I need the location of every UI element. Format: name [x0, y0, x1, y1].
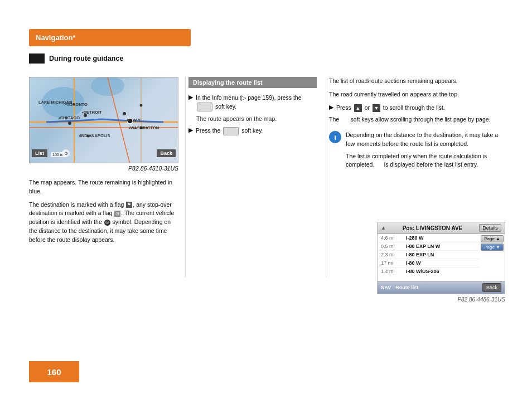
rl-dist-3: 2.3 mi: [381, 252, 406, 257]
svg-point-8: [68, 121, 71, 125]
rl-side-buttons: Page ▲ Page ▼: [480, 234, 505, 275]
map-label-indianapolis: •INDIANAPOLIS: [79, 133, 110, 138]
section-bar: During route guidance: [29, 53, 191, 64]
section-bar-accent: [29, 53, 45, 64]
route-appears-text: The route appears on the map.: [196, 115, 317, 124]
map-container: •TORONTO •DETROIT •CHICAGO LAKE MICHIGAN…: [29, 77, 178, 163]
bullet-item-1: ▶ In the Info menu (▷ page 159), press t…: [188, 94, 317, 111]
rl-row-5: 1.4 mi I-80 W/US-206: [378, 267, 480, 275]
rl-road-5: I-80 W/US-206: [406, 269, 439, 274]
soft-key-2: [223, 127, 239, 136]
bullet-text-1: In the Info menu (▷ page 159), press the…: [196, 94, 317, 111]
right-para-1: The list of road/route sections remainin…: [329, 77, 502, 86]
map-label-washington: •WASHINGTON: [129, 125, 159, 130]
map-inner: •TORONTO •DETROIT •CHICAGO LAKE MICHIGAN…: [30, 77, 178, 163]
info-icon: i: [329, 131, 341, 143]
right-para-2: The road currently travelled on appears …: [329, 90, 502, 99]
info-box: i Depending on the distance to the desti…: [329, 131, 502, 169]
divider-left: [185, 77, 186, 278]
rl-body: 4.6 mi I-280 W 0.5 mi I-80 EXP LN W 2.3 …: [378, 234, 505, 275]
info-text: Depending on the distance to the destina…: [346, 131, 502, 169]
right-text: The list of road/route sections remainin…: [329, 77, 502, 124]
display-header: Displaying the route list: [188, 77, 317, 88]
rl-page-down-btn[interactable]: Page ▼: [481, 244, 504, 251]
map-compass: ⊙: [62, 149, 70, 157]
map-back-button[interactable]: Back: [157, 149, 176, 157]
page-number: 160: [47, 367, 61, 377]
nav-title: Navigation*: [36, 33, 76, 42]
rl-dist-5: 1.4 mi: [381, 269, 406, 274]
rl-road-2: I-80 EXP LN W: [406, 244, 440, 249]
vehicle-icon: ◎: [104, 220, 110, 226]
rl-route-list-label: Route list: [395, 285, 418, 290]
svg-point-1: [91, 77, 124, 96]
rl-road-3: I-80 EXP LN: [406, 252, 434, 257]
bullet-section: ▶ In the Info menu (▷ page 159), press t…: [188, 94, 317, 135]
right-bullet-arrow: ▶: [329, 104, 333, 111]
right-bullet-text: Press ▲ or ▼ to scroll through the list.: [336, 104, 445, 113]
page-number-box: 160: [29, 361, 79, 382]
bullet-text-2: Press the soft key.: [196, 126, 263, 135]
stopover-icon: ⊡: [114, 211, 120, 217]
divider-right: [326, 77, 326, 278]
scroll-up-arrow: ▲: [354, 104, 362, 112]
map-svg: [30, 77, 178, 163]
nav-header: Navigation*: [29, 29, 191, 46]
rl-row-2: 0.5 mi I-80 EXP LN W: [378, 242, 480, 251]
rl-row-1: 4.6 mi I-280 W: [378, 234, 480, 242]
rl-row-3: 2.3 mi I-80 EXP LN: [378, 251, 480, 259]
left-para-1: The map appears. The route remaining is …: [29, 178, 178, 196]
rl-dist-2: 0.5 mi: [381, 244, 406, 249]
flag-icon: ⚑: [126, 202, 132, 208]
svg-point-10: [140, 104, 143, 107]
route-list-image: ▲ Pos: LIVINGSTON AVE Details 4.6 mi I-2…: [377, 222, 505, 294]
rl-row-4: 17 mi I-80 W: [378, 259, 480, 267]
rl-caption: P82.86-4486-31US: [377, 296, 505, 303]
right-para-3: The soft keys allow scrolling through th…: [329, 115, 502, 124]
rl-header: ▲ Pos: LIVINGSTON AVE Details: [378, 222, 505, 234]
map-label-newyork: •NEW Y...: [125, 118, 144, 123]
right-column: The list of road/route sections remainin…: [329, 77, 502, 169]
left-para-2: The destination is marked with a flag ⚑,…: [29, 201, 178, 245]
bullet-arrow-1: ▶: [188, 94, 193, 101]
rl-road-4: I-80 W: [406, 260, 421, 266]
rl-rows: 4.6 mi I-280 W 0.5 mi I-80 EXP LN W 2.3 …: [378, 234, 480, 275]
rl-page-up-btn[interactable]: Page ▲: [481, 235, 504, 242]
scroll-down-arrow: ▼: [373, 104, 380, 112]
rl-dist-1: 4.6 mi: [381, 235, 406, 241]
rl-back-btn[interactable]: Back: [482, 283, 501, 292]
info-para-1: Depending on the distance to the destina…: [346, 131, 502, 149]
right-bullet: ▶ Press ▲ or ▼ to scroll through the lis…: [329, 104, 502, 113]
info-para-2: The list is completed only when the rout…: [346, 152, 502, 170]
bullet-arrow-2: ▶: [188, 126, 193, 134]
bullet-item-2: ▶ Press the soft key.: [188, 126, 317, 135]
section-title: During route guidance: [49, 55, 123, 62]
soft-key-1: [197, 103, 212, 111]
rl-nav-label: NAV: [381, 285, 391, 290]
svg-point-9: [123, 112, 126, 115]
rl-footer: NAV Route list Back: [378, 281, 505, 294]
map-caption: P82.86-4510-31US: [29, 165, 178, 172]
rl-triangle: ▲: [381, 225, 386, 231]
rl-details-btn[interactable]: Details: [479, 224, 501, 232]
rl-pos-label: Pos: LIVINGSTON AVE: [386, 225, 479, 231]
rl-road-1: I-280 W: [406, 235, 424, 241]
map-label-detroit: •DETROIT: [82, 110, 102, 115]
middle-column: Displaying the route list ▶ In the Info …: [188, 77, 317, 140]
left-column-text: The map appears. The route remaining is …: [29, 178, 178, 249]
map-list-button[interactable]: List: [32, 149, 47, 157]
map-label-lake: LAKE MICHIGAN: [38, 100, 72, 105]
map-label-chicago: •CHICAGO: [59, 115, 80, 120]
rl-dist-4: 17 mi: [381, 260, 406, 266]
